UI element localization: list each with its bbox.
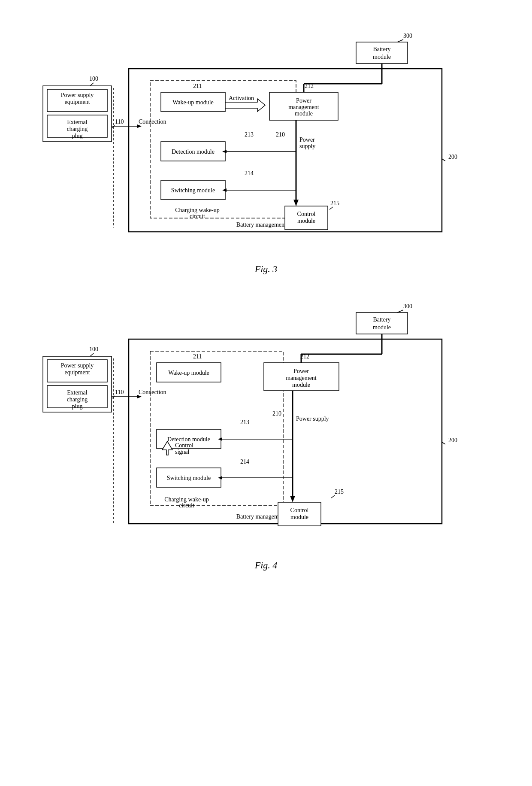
fig4-n214: 214 — [240, 458, 249, 465]
fig4-pmm-text3: module — [292, 382, 310, 388]
fig4-pmm-text2: management — [286, 375, 317, 381]
fig4-n300: 300 — [403, 303, 412, 310]
page: 300 Battery module Battery management sy… — [0, 0, 532, 601]
fig3-n215: 215 — [330, 200, 339, 206]
fig3-ecp-text2: charging — [67, 126, 88, 132]
fig3-ecp-text3: plug — [72, 133, 83, 139]
svg-line-2 — [90, 83, 94, 86]
fig3-n213: 213 — [245, 131, 254, 138]
fig4-cwuc-label2: circuit — [179, 502, 194, 509]
fig4-switching-text: Switching module — [167, 475, 211, 481]
fig4-ecp-text1: External — [67, 389, 88, 396]
fig3-battery-module-text2: module — [373, 54, 391, 60]
fig4-battery-module-text1: Battery — [373, 316, 390, 323]
figure-3-svg: 300 Battery module Battery management sy… — [30, 17, 502, 258]
fig3-battery-module-box — [356, 42, 408, 64]
fig3-connection-label: Connection — [139, 118, 166, 125]
fig4-pse-text1: Power supply — [61, 362, 94, 369]
fig4-connection-label: Connection — [139, 389, 166, 395]
fig4-ecp-text3: plug — [72, 403, 83, 410]
fig4-battery-module-box — [356, 313, 408, 334]
fig4-pmm-text1: Power — [293, 368, 309, 374]
fig3-ecp-text1: External — [67, 119, 88, 125]
fig3-cwuc-label2: circuit — [190, 213, 205, 219]
fig3-label: Fig. 3 — [255, 264, 278, 275]
svg-line-15 — [90, 353, 94, 356]
fig4-control-signal-text2: signal — [175, 449, 190, 455]
fig3-pmm-text2: management — [288, 104, 319, 110]
fig4-power-supply-label: Power supply — [296, 416, 329, 422]
fig3-power-supply-label2: supply — [299, 143, 315, 149]
fig3-n200: 200 — [448, 154, 457, 160]
fig4-n110: 110 — [115, 389, 124, 395]
fig4-pse-text2: equipment — [64, 369, 90, 376]
fig3-n211: 211 — [193, 83, 202, 89]
fig3-n214: 214 — [245, 170, 254, 176]
figure-4-svg: 300 Battery module Battery management sy… — [30, 288, 502, 554]
fig4-ecp-text2: charging — [67, 396, 88, 403]
fig3-battery-module-text1: Battery — [373, 46, 390, 52]
fig3-pse-text2: equipment — [64, 99, 90, 105]
fig4-n215: 215 — [335, 489, 344, 495]
fig4-n210: 210 — [272, 410, 281, 417]
fig3-n210: 210 — [276, 131, 285, 138]
fig4-battery-module-text2: module — [373, 324, 391, 331]
fig3-control-text1: Control — [297, 211, 316, 217]
fig4-control-text2: module — [290, 514, 308, 520]
fig4-detection-text: Detection module — [167, 436, 210, 443]
fig3-n110: 110 — [115, 118, 124, 125]
fig3-wakeup-text: Wake-up module — [172, 99, 214, 106]
fig3-pse-text1: Power supply — [61, 92, 94, 98]
fig3-control-text2: module — [297, 218, 315, 224]
fig3-detection-text: Detection module — [172, 149, 215, 155]
fig4-label: Fig. 4 — [255, 560, 278, 571]
fig4-n200: 200 — [448, 437, 457, 443]
fig3-n300: 300 — [403, 33, 412, 39]
fig4-cwuc-label1: Charging wake-up — [164, 496, 209, 503]
fig4-wakeup-text: Wake-up module — [168, 370, 209, 376]
fig3-cwuc-label1: Charging wake-up — [175, 207, 220, 213]
fig3-pmm-text1: Power — [296, 97, 311, 104]
fig4-n211: 211 — [193, 353, 202, 360]
fig4-control-text1: Control — [290, 507, 309, 513]
fig3-n100: 100 — [89, 76, 98, 82]
fig3-power-supply-label1: Power — [299, 137, 315, 143]
fig3-activation-label: Activation — [229, 95, 254, 101]
figure-4-container: 300 Battery module Battery management sy… — [26, 288, 506, 571]
fig4-n213: 213 — [240, 419, 249, 425]
fig3-switching-text: Switching module — [171, 187, 215, 194]
fig3-pmm-text3: module — [295, 110, 313, 117]
figure-3-container: 300 Battery module Battery management sy… — [26, 17, 506, 275]
fig4-n100: 100 — [89, 346, 98, 352]
fig4-control-signal-text1: Control — [175, 442, 193, 449]
